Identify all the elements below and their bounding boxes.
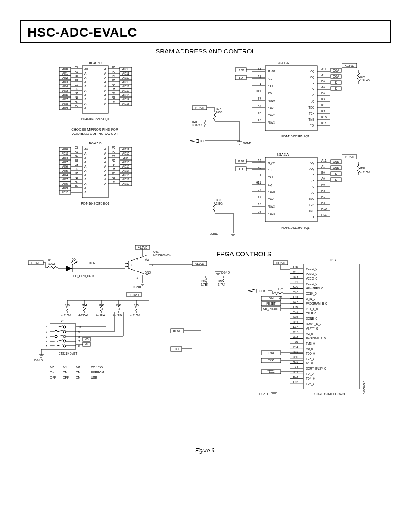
svg-text:AD8: AD8	[62, 102, 68, 105]
svg-text:/C: /C	[312, 100, 315, 103]
svg-text:+3.3VD: +3.3VD	[31, 261, 40, 264]
bga1a-block: BGA1:A A4R_/WA8/LDH1/DLLH11ZQB7/BW0A7/BW…	[190, 61, 370, 145]
svg-text:K: K	[313, 82, 315, 85]
svg-text:A6: A6	[321, 177, 325, 180]
svg-text:VCCO_0: VCCO_0	[306, 272, 317, 276]
svg-text:/C: /C	[312, 191, 315, 194]
svg-text:B8: B8	[75, 79, 78, 82]
svg-text:CTS219-5MST: CTS219-5MST	[59, 352, 77, 355]
svg-text:A: A	[104, 178, 106, 181]
svg-text:AD17: AD17	[122, 169, 130, 172]
svg-text:A: A	[84, 106, 87, 109]
svg-text:L16: L16	[293, 265, 298, 268]
svg-text:A5: A5	[258, 203, 261, 206]
svg-text:AD14: AD14	[122, 85, 130, 88]
svg-text:A: A	[84, 169, 87, 172]
svg-point-455	[55, 345, 57, 347]
svg-text:DGND: DGND	[34, 359, 43, 362]
svg-text:ZQ: ZQ	[268, 183, 272, 187]
svg-text:ON: ON	[63, 371, 68, 374]
svg-text:3.74KΩ: 3.74KΩ	[96, 313, 105, 316]
svg-text:A0: A0	[84, 68, 88, 71]
svg-text:TDO: TDO	[173, 348, 179, 351]
svg-text:R10: R10	[321, 207, 327, 210]
svg-text:AD9: AD9	[62, 187, 68, 190]
svg-text:AD3: AD3	[62, 81, 68, 84]
svg-text:A11: A11	[321, 159, 327, 162]
svg-text:TDO2: TDO2	[267, 370, 275, 373]
svg-text:P7: P7	[112, 70, 115, 73]
svg-text:GND: GND	[145, 271, 151, 274]
svg-text:A: A	[104, 93, 106, 96]
svg-text:05876-006: 05876-006	[363, 381, 366, 394]
svg-text:A: A	[84, 165, 87, 168]
svg-text:CS_B_0: CS_B_0	[306, 312, 317, 315]
svg-text:TDI: TDI	[310, 124, 315, 127]
svg-text:5: 5	[46, 345, 47, 348]
svg-text:A11: A11	[321, 68, 327, 71]
svg-text:A: A	[84, 178, 87, 181]
svg-text:LED_GRN_0603: LED_GRN_0603	[72, 274, 94, 278]
svg-text:C5: C5	[75, 83, 79, 86]
svg-text:R42: R42	[99, 304, 104, 307]
svg-text:A: A	[84, 152, 87, 155]
svg-text:A: A	[104, 76, 106, 79]
svg-text:A7: A7	[258, 196, 261, 199]
svg-text:3.74K: 3.74K	[218, 283, 226, 286]
svg-text:M1: M1	[63, 366, 67, 369]
svg-text:R41: R41	[116, 304, 121, 307]
svg-line-383	[72, 262, 76, 265]
svg-text:DGND: DGND	[210, 232, 218, 235]
svg-text:+3.3VD: +3.3VD	[138, 246, 147, 249]
svg-text:N6: N6	[75, 176, 79, 179]
svg-text:R7: R7	[112, 172, 116, 175]
svg-text:A1: A1	[321, 165, 325, 168]
svg-text:PD44164362F5-EQ1: PD44164362F5-EQ1	[281, 135, 309, 138]
svg-text:BGA1:A: BGA1:A	[277, 61, 290, 65]
svg-text:/LD: /LD	[268, 77, 272, 80]
svg-text:B5: B5	[258, 119, 261, 122]
svg-text:N6: N6	[75, 96, 79, 99]
svg-text:A: A	[84, 85, 87, 88]
svg-text:R28: R28	[192, 120, 197, 123]
schematic-svg: BGA1:D AD0C6A0AD1A9AAD2B4AAD3B8AAD4C5AAD…	[20, 58, 391, 446]
svg-text:A: A	[84, 156, 87, 159]
svg-text:6: 6	[78, 345, 80, 348]
svg-text:A: A	[84, 187, 87, 190]
svg-text:OFF: OFF	[63, 376, 69, 379]
svg-text:R1: R1	[321, 104, 325, 107]
svg-text:AD16: AD16	[122, 93, 130, 96]
u1a-block: U1:A L16VCCO_0M13VCCO_0R14VCCO_0T11VCCO_…	[259, 259, 359, 395]
svg-text:CCLK_0: CCLK_0	[306, 292, 317, 296]
svg-point-436	[63, 330, 66, 333]
svg-text:B4: B4	[75, 155, 78, 158]
svg-text:AD11: AD11	[122, 148, 130, 151]
svg-text:RDWR_B_0: RDWR_B_0	[306, 322, 321, 326]
svg-line-449	[57, 340, 63, 341]
svg-text:AD7: AD7	[62, 178, 68, 181]
svg-text:A: A	[84, 89, 87, 92]
svg-text:A: A	[104, 156, 106, 159]
svg-line-435	[57, 330, 63, 332]
svg-text:TMS_0: TMS_0	[306, 342, 315, 345]
svg-text:B7: B7	[258, 188, 261, 191]
svg-text:P5: P5	[112, 146, 115, 149]
svg-text:/BW0: /BW0	[268, 190, 275, 193]
svg-text:M0_0: M0_0	[306, 347, 313, 351]
svg-marker-384	[76, 261, 78, 263]
svg-text:TCK: TCK	[309, 112, 315, 115]
svg-text:+3.3VD: +3.3VD	[276, 261, 285, 264]
svg-text:B7: B7	[258, 97, 261, 100]
svg-text:CQ: CQ	[310, 161, 314, 165]
svg-text:CQA: CQA	[333, 75, 339, 78]
svg-text:R31: R31	[360, 167, 365, 170]
svg-text:AD9: AD9	[62, 106, 68, 109]
svg-text:249Ω: 249Ω	[216, 111, 223, 114]
svg-text:A: A	[84, 102, 87, 105]
svg-text:A: A	[84, 161, 87, 164]
svg-text:H11: H11	[256, 181, 261, 184]
svg-text:U11: U11	[293, 370, 298, 373]
svg-text:DGND: DGND	[243, 142, 251, 145]
svg-marker-276	[190, 139, 199, 143]
svg-text:R_/W: R_/W	[268, 161, 275, 165]
